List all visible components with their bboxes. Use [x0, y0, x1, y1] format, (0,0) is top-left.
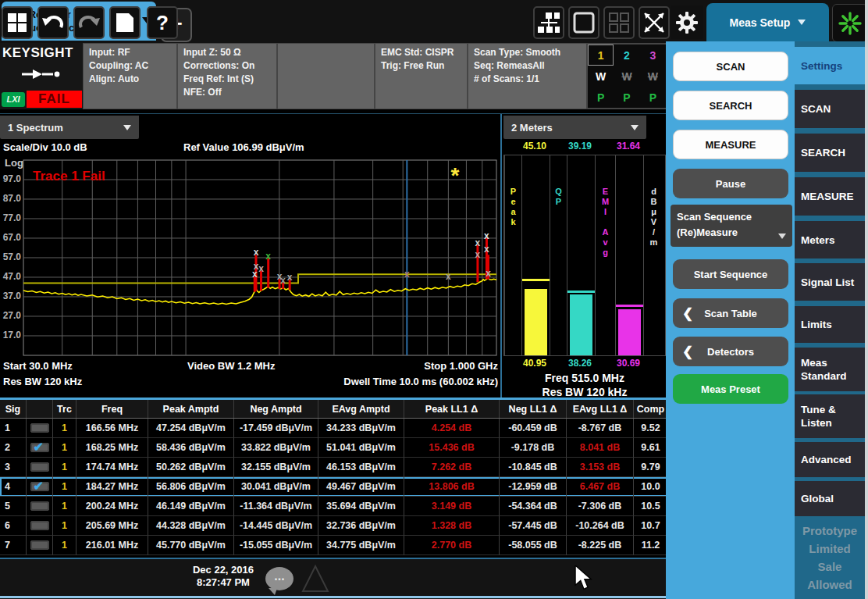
tab-scan[interactable]: SCAN	[795, 90, 865, 128]
row-checkbox[interactable]	[30, 462, 49, 472]
header-neg-amptd: Neg Amptd	[234, 400, 318, 418]
measure-button[interactable]: MEASURE	[673, 130, 788, 159]
cell-trc: 1	[53, 497, 76, 516]
table-row[interactable]: 21168.25 MHz58.436 dBμV/m33.822 dBμV/m51…	[0, 438, 669, 458]
spectrum-plot[interactable]: xxxxxxxxxxxxxxx*	[22, 159, 500, 357]
row-checkbox[interactable]	[30, 443, 49, 452]
clock-readout[interactable]: Dec 22, 2016 8:27:47 PM	[184, 564, 262, 589]
info-line: Input Z: 50 Ω	[183, 46, 276, 59]
system-settings-button[interactable]	[671, 5, 703, 39]
meter-max-slot	[642, 141, 663, 153]
row-checkbox[interactable]	[30, 482, 49, 491]
meter-bar-column	[521, 155, 550, 355]
watermark-line: Sale	[795, 558, 865, 576]
table-row[interactable]: 11166.56 MHz47.254 dBμV/m-17.459 dBμV/m3…	[0, 419, 669, 438]
table-row[interactable]: 31174.74 MHz50.262 dBμV/m32.155 dBμV/m46…	[0, 458, 669, 477]
file-button[interactable]	[109, 6, 141, 39]
tab-advanced[interactable]: Advanced	[795, 442, 865, 477]
cell-chk	[27, 516, 53, 536]
trace-number-2[interactable]: 2	[614, 45, 639, 66]
header-eavg-amptd: EAvg Amptd	[318, 400, 404, 418]
spinner-ray	[843, 26, 848, 30]
cell-freq: 184.27 MHz	[76, 477, 148, 497]
cell-sig: 5	[0, 497, 27, 516]
start-sequence-button[interactable]: Start Sequence	[673, 259, 788, 289]
undo-button[interactable]	[37, 6, 69, 39]
fullscreen-button[interactable]	[639, 6, 670, 39]
qp-label: QP	[550, 155, 567, 207]
cell-freq: 168.25 MHz	[76, 438, 148, 458]
grid-layout-button[interactable]	[603, 6, 635, 39]
trace-number-1[interactable]: 1	[588, 45, 614, 66]
cell-trc: 1	[53, 516, 76, 536]
cell-trc: 1	[53, 536, 76, 555]
detectors-button[interactable]: Detectors❮	[673, 337, 788, 366]
message-bubble-button[interactable]: ...	[265, 567, 293, 590]
trace-number-3[interactable]: 3	[640, 45, 666, 66]
pause-button[interactable]: Pause	[673, 169, 788, 198]
table-row[interactable]: 41184.27 MHz56.806 dBμV/m30.041 dBμV/m49…	[0, 477, 669, 497]
cell-eavg-ll1: 8.041 dB	[567, 438, 634, 458]
tab-meas-standard[interactable]: Meas Standard	[795, 348, 865, 391]
expand-arrows-icon	[642, 11, 666, 34]
meas-preset-button[interactable]: Meas Preset	[673, 374, 788, 404]
cell-eavg-amptd: 32.736 dBμV/m	[318, 516, 404, 536]
scan-sequence-dropdown[interactable]: Scan Sequence (Re)Measure	[671, 205, 792, 247]
meas-setup-dropdown[interactable]: Meas Setup	[706, 3, 829, 41]
peak-label: Peak	[505, 155, 521, 227]
impedance-info-panel: Input Z: 50 ΩCorrections: OnFreq Ref: In…	[178, 44, 276, 109]
windows-start-button[interactable]	[2, 6, 33, 39]
tab-tune-listen[interactable]: Tune & Listen	[795, 394, 865, 438]
y-tick-label: 27.0	[0, 310, 21, 321]
tab-meters[interactable]: Meters	[795, 221, 865, 258]
touch-select-button[interactable]	[568, 6, 599, 39]
table-header-row: SigTrcFreqPeak AmptdNeg AmptdEAvg AmptdP…	[0, 400, 669, 419]
date-text: Dec 22, 2016	[184, 564, 262, 576]
marker-triangle-icon	[301, 564, 329, 594]
row-checkbox[interactable]	[30, 521, 49, 530]
meter-bar-column	[615, 155, 643, 355]
row-checkbox[interactable]	[30, 540, 49, 550]
spinner-icon	[837, 10, 863, 37]
info-line: Coupling: AC	[89, 59, 176, 73]
undo-icon	[41, 12, 65, 34]
redo-button[interactable]	[73, 6, 105, 39]
row-checkbox[interactable]	[30, 501, 49, 511]
info-line: EMC Std: CISPR	[381, 46, 467, 59]
watermark-line: Limited	[795, 540, 865, 558]
tab-settings[interactable]: Settings	[795, 47, 865, 84]
meters-window-selector[interactable]: 2 Meters	[503, 116, 646, 139]
table-row[interactable]: 51200.24 MHz46.149 dBμV/m-11.364 dBμV/m3…	[0, 497, 669, 516]
cell-eavg-amptd: 34.233 dBμV/m	[318, 419, 404, 438]
y-tick-label: 87.0	[0, 193, 21, 204]
busy-indicator	[832, 4, 868, 42]
cell-sig: 2	[0, 438, 27, 458]
tab-global[interactable]: Global	[795, 481, 865, 516]
search-button[interactable]: SEARCH	[673, 91, 788, 120]
grid-layout-icon	[608, 12, 630, 34]
tab-limits[interactable]: Limits	[795, 306, 865, 343]
cell-trc: 1	[53, 419, 76, 438]
meter-value-slot: 30.69	[614, 358, 642, 370]
meter-max-slot	[594, 141, 614, 153]
tab-measure[interactable]: MEASURE	[795, 177, 865, 216]
table-row[interactable]: 71216.01 MHz45.770 dBμV/m-15.055 dBμV/m3…	[0, 536, 669, 555]
meter-freq-readout: Freq 515.0 MHz	[503, 372, 666, 384]
help-icon: ?	[156, 11, 169, 35]
table-row[interactable]: 61205.69 MHz44.328 dBμV/m-14.445 dBμV/m3…	[0, 516, 669, 536]
window-arrange-icon	[538, 12, 560, 34]
help-button[interactable]: ?	[147, 6, 178, 39]
tab-signal-list[interactable]: Signal List	[795, 263, 865, 301]
row-checkbox[interactable]	[30, 423, 49, 433]
cell-neg-ll1: -57.445 dB	[500, 516, 567, 536]
tab-search[interactable]: SEARCH	[795, 134, 865, 172]
spectrum-window-selector[interactable]: 1 Spectrum	[0, 116, 139, 139]
signal-list-table[interactable]: SigTrcFreqPeak AmptdNeg AmptdEAvg AmptdP…	[0, 398, 669, 562]
window-arrange-button[interactable]	[533, 6, 564, 39]
cell-neg-amptd: 33.822 dBμV/m	[234, 438, 318, 458]
scan-button[interactable]: SCAN	[673, 52, 788, 81]
scan-table-button[interactable]: Scan Table❮	[673, 298, 788, 328]
emi-receiver-screen: EMI Receiver 1 Frequency Scan + Meas Set…	[0, 0, 868, 599]
emi-avg-bar	[618, 309, 641, 355]
svg-text:x: x	[287, 272, 293, 283]
